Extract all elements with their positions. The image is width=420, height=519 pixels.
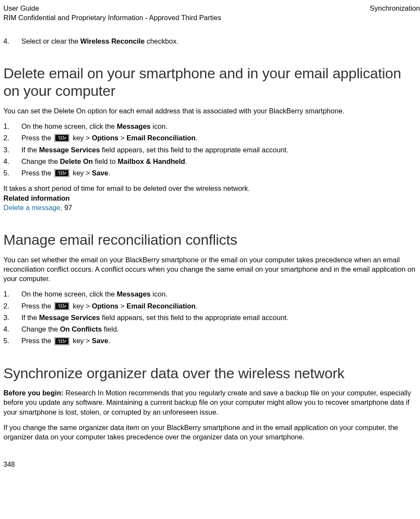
svg-point-33 bbox=[61, 341, 63, 343]
svg-point-15 bbox=[61, 173, 63, 175]
svg-point-29 bbox=[59, 339, 60, 341]
section-3-para2: If you change the same organizer data it… bbox=[3, 423, 420, 442]
svg-point-13 bbox=[63, 172, 64, 173]
svg-point-34 bbox=[63, 341, 65, 343]
step-body: Press the key > Save. bbox=[21, 168, 420, 178]
step-number: 1. bbox=[3, 122, 21, 131]
step-number: 4. bbox=[3, 324, 21, 334]
svg-point-4 bbox=[63, 136, 64, 138]
related-link[interactable]: Delete a message, bbox=[3, 204, 63, 211]
section-1-intro: You can set the Delete On option for eac… bbox=[3, 106, 420, 116]
step-item: 5. Press the key > Save. bbox=[3, 336, 420, 345]
svg-point-22 bbox=[63, 304, 64, 305]
step-item: 1. On the home screen, click the Message… bbox=[3, 122, 420, 131]
step-number: 4. bbox=[3, 157, 21, 166]
svg-point-2 bbox=[59, 136, 60, 138]
blackberry-key-icon bbox=[54, 302, 69, 310]
section-1-after: It takes a short period of time for emai… bbox=[3, 184, 420, 212]
step-body: On the home screen, click the Messages i… bbox=[21, 289, 420, 299]
step-body: If the Message Services field appears, s… bbox=[21, 313, 420, 322]
related-page: 97 bbox=[63, 204, 72, 211]
header-section: Synchronization bbox=[370, 3, 420, 13]
svg-point-31 bbox=[63, 339, 64, 341]
svg-point-25 bbox=[63, 306, 65, 308]
step-number: 4. bbox=[3, 36, 21, 46]
step-number: 1. bbox=[3, 289, 21, 299]
step-number: 3. bbox=[3, 313, 21, 322]
svg-point-21 bbox=[61, 304, 62, 305]
svg-point-7 bbox=[63, 139, 65, 140]
blackberry-key-icon bbox=[54, 134, 69, 142]
step-body: On the home screen, click the Messages i… bbox=[21, 122, 420, 131]
svg-rect-1 bbox=[55, 135, 69, 141]
svg-point-8 bbox=[65, 137, 66, 139]
svg-rect-19 bbox=[55, 303, 69, 309]
step-item: 3. If the Message Services field appears… bbox=[3, 313, 420, 322]
svg-point-30 bbox=[61, 339, 62, 341]
svg-point-5 bbox=[59, 139, 60, 140]
svg-point-26 bbox=[65, 305, 66, 306]
section-2-steps: 1. On the home screen, click the Message… bbox=[3, 289, 420, 345]
svg-point-11 bbox=[59, 172, 60, 173]
svg-point-12 bbox=[61, 172, 62, 173]
step-item: 2. Press the key > Options > Email Recon… bbox=[3, 133, 420, 142]
page-header: User Guide RIM Confidential and Propriet… bbox=[3, 3, 420, 23]
step-body: Press the key > Options > Email Reconcil… bbox=[21, 301, 420, 311]
step-item: 5. Press the key > Save. bbox=[3, 168, 420, 178]
orphan-step-4: 4. Select or clear the Wireless Reconcil… bbox=[3, 36, 420, 46]
svg-point-35 bbox=[65, 340, 66, 341]
blackberry-key-icon bbox=[54, 337, 69, 345]
svg-rect-28 bbox=[55, 338, 69, 344]
before-begin-label: Before you begin: bbox=[3, 389, 66, 397]
step-body: Select or clear the Wireless Reconcile c… bbox=[21, 36, 420, 46]
step-item: 4. Change the On Conflicts field. bbox=[3, 324, 420, 334]
svg-point-3 bbox=[61, 136, 62, 138]
svg-point-14 bbox=[59, 173, 60, 175]
svg-point-20 bbox=[59, 304, 60, 305]
svg-point-6 bbox=[61, 139, 63, 140]
header-notice: RIM Confidential and Proprietary Informa… bbox=[3, 13, 221, 22]
step-item: 2. Press the key > Options > Email Recon… bbox=[3, 301, 420, 311]
step-number: 2. bbox=[3, 301, 21, 311]
section-3-title: Synchronize organizer data over the wire… bbox=[3, 365, 420, 382]
svg-rect-10 bbox=[55, 170, 69, 176]
svg-point-16 bbox=[63, 173, 65, 175]
related-link-line: Delete a message, 97 bbox=[3, 203, 417, 212]
after-text: It takes a short period of time for emai… bbox=[3, 184, 417, 193]
step-number: 5. bbox=[3, 168, 21, 178]
step-number: 5. bbox=[3, 336, 21, 345]
svg-point-32 bbox=[59, 341, 60, 343]
step-number: 2. bbox=[3, 133, 21, 142]
section-3-before: Before you begin: Research In Motion rec… bbox=[3, 388, 420, 417]
svg-point-23 bbox=[59, 306, 60, 308]
section-1-steps: 1. On the home screen, click the Message… bbox=[3, 122, 420, 178]
step-body: Press the key > Options > Email Reconcil… bbox=[21, 133, 420, 142]
step-item: 3. If the Message Services field appears… bbox=[3, 145, 420, 154]
step-number: 3. bbox=[3, 145, 21, 154]
blackberry-key-icon bbox=[54, 169, 69, 177]
header-guide: User Guide bbox=[3, 3, 221, 13]
section-2-intro: You can set whether the email on your Bl… bbox=[3, 255, 420, 284]
svg-point-17 bbox=[65, 172, 66, 174]
svg-point-24 bbox=[61, 306, 63, 308]
header-left: User Guide RIM Confidential and Propriet… bbox=[3, 3, 221, 23]
section-2-title: Manage email reconciliation conflicts bbox=[3, 231, 420, 249]
page-number: 348 bbox=[3, 460, 420, 469]
step-body: Press the key > Save. bbox=[21, 336, 420, 345]
step-item: 4. Change the Delete On field to Mailbox… bbox=[3, 157, 420, 166]
step-body: If the Message Services field appears, s… bbox=[21, 145, 420, 154]
step-item: 1. On the home screen, click the Message… bbox=[3, 289, 420, 299]
section-1-title: Delete email on your smartphone and in y… bbox=[3, 65, 420, 100]
step-body: Change the On Conflicts field. bbox=[21, 324, 420, 334]
step-body: Change the Delete On field to Mailbox & … bbox=[21, 157, 420, 166]
related-info-label: Related information bbox=[3, 194, 70, 202]
